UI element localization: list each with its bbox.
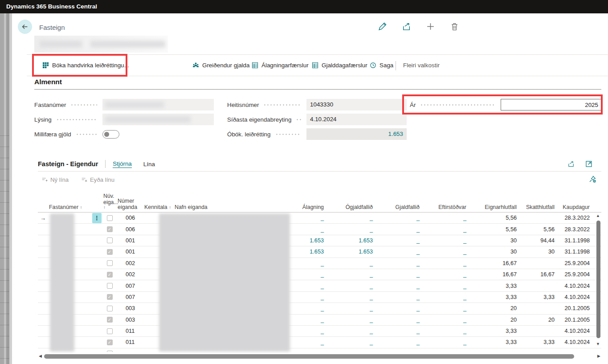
cell-ogjaldfallid[interactable]: _ bbox=[327, 328, 376, 334]
col-kennitala[interactable]: Kennitala ↑ bbox=[143, 204, 174, 210]
cell-eftirstodvar[interactable]: _ bbox=[423, 328, 470, 334]
checkbox[interactable]: ✓ bbox=[107, 272, 113, 278]
cell-owner-number[interactable]: 007 bbox=[117, 283, 143, 289]
row-options-button[interactable]: ⋮ bbox=[92, 213, 102, 223]
cell-eftirstodvar[interactable]: _ bbox=[423, 215, 470, 221]
cell-current-owner-checkbox[interactable] bbox=[102, 260, 117, 266]
cell-alagning[interactable]: _ bbox=[294, 260, 327, 266]
checkbox[interactable]: ✓ bbox=[107, 339, 113, 345]
cell-eftirstodvar[interactable]: _ bbox=[423, 305, 470, 311]
table-row[interactable]: 011 _ _ _ _ 3,33 4.10.2024 bbox=[38, 326, 601, 337]
cell-eftirstodvar[interactable]: _ bbox=[423, 226, 470, 233]
cell-ogjaldfallid[interactable]: _ bbox=[327, 317, 376, 323]
field-value-redacted[interactable] bbox=[102, 99, 214, 110]
unpin-icon[interactable] bbox=[589, 176, 596, 183]
checkbox[interactable] bbox=[107, 306, 113, 311]
more-options-button[interactable]: Fleiri valkostir bbox=[403, 55, 440, 76]
horizontal-scroll-thumb[interactable] bbox=[44, 354, 574, 359]
vertical-scrollbar[interactable]: ▲ ▼ bbox=[596, 213, 601, 352]
table-row[interactable]: ✓ 001 1.653 1.653 _ _ 30 30 31.1.1998 bbox=[38, 246, 601, 258]
new-line-action[interactable]: Ný lína bbox=[41, 176, 69, 183]
col-gjaldfallid[interactable]: Gjaldfallið bbox=[376, 204, 423, 210]
cell-alagning[interactable]: 1.653 bbox=[294, 249, 327, 255]
horizontal-scrollbar[interactable]: ◀ ▶ bbox=[38, 354, 601, 360]
cell-current-owner-checkbox[interactable]: ✓ bbox=[102, 317, 117, 323]
delete-trash-icon[interactable] bbox=[450, 22, 459, 31]
cell-owner-number[interactable]: 002 bbox=[117, 260, 143, 266]
cell-gjaldfallid[interactable]: _ bbox=[376, 328, 423, 334]
cell-alagning[interactable]: _ bbox=[294, 271, 327, 278]
cell-eftirstodvar[interactable]: _ bbox=[423, 339, 470, 345]
transfer-charges-toggle[interactable] bbox=[102, 130, 119, 139]
col-eignarhlutfall[interactable]: Eignarhlutfall bbox=[470, 204, 520, 210]
cell-ogjaldfallid[interactable]: _ bbox=[327, 260, 376, 266]
col-skatthlutfall[interactable]: Skatthlutfall bbox=[520, 204, 558, 210]
cell-owner-number[interactable]: 006 bbox=[117, 226, 143, 233]
scroll-right-arrow[interactable]: ▶ bbox=[597, 354, 600, 358]
cell-current-owner-checkbox[interactable]: ✓ bbox=[102, 339, 117, 345]
checkbox[interactable]: ✓ bbox=[107, 294, 113, 300]
cell-gjaldfallid[interactable]: _ bbox=[376, 305, 423, 311]
col-fastanumer[interactable]: Fastanúmer ↑ bbox=[48, 204, 91, 210]
cell-gjaldfallid[interactable]: _ bbox=[376, 317, 423, 323]
year-input[interactable] bbox=[501, 99, 601, 110]
vertical-scroll-thumb[interactable] bbox=[596, 221, 600, 338]
tab-lina[interactable]: Lína bbox=[143, 161, 155, 168]
popout-icon[interactable] bbox=[585, 160, 592, 168]
checkbox[interactable]: ✓ bbox=[107, 317, 113, 323]
col-kaupdagur[interactable]: Kaupdagur bbox=[558, 204, 593, 210]
cell-current-owner-checkbox[interactable] bbox=[102, 328, 117, 334]
cell-alagning[interactable]: _ bbox=[294, 283, 327, 289]
scroll-down-arrow[interactable]: ▼ bbox=[596, 342, 600, 346]
cell-alagning[interactable]: _ bbox=[294, 328, 327, 334]
cell-gjaldfallid[interactable]: _ bbox=[376, 339, 423, 345]
cell-eftirstodvar[interactable]: _ bbox=[423, 271, 470, 278]
cell-ogjaldfallid[interactable]: 1.653 bbox=[327, 237, 376, 244]
col-nuv-eigandi[interactable]: Núv. eiga...↑ bbox=[102, 193, 117, 210]
cell-owner-number[interactable]: 001 bbox=[117, 249, 143, 255]
checkbox[interactable] bbox=[107, 260, 113, 266]
cell-eftirstodvar[interactable]: _ bbox=[423, 249, 470, 255]
cell-current-owner-checkbox[interactable]: ✓ bbox=[102, 294, 117, 300]
cell-ogjaldfallid[interactable]: 1.653 bbox=[327, 249, 376, 255]
cell-alagning[interactable]: _ bbox=[294, 317, 327, 323]
table-row[interactable]: 003 _ _ _ _ 20 20.1.2005 bbox=[38, 303, 601, 314]
col-nafn-eiganda[interactable]: Nafn eiganda bbox=[174, 204, 294, 210]
cell-alagning[interactable]: _ bbox=[294, 305, 327, 311]
cell-current-owner-checkbox[interactable] bbox=[102, 306, 117, 311]
edit-pencil-icon[interactable] bbox=[378, 22, 387, 31]
table-row[interactable]: 007 _ _ _ _ 3,33 4.10.2024 bbox=[38, 280, 601, 291]
table-row[interactable]: ✓ 003 _ _ _ _ 20 20 20.1.2005 bbox=[38, 315, 601, 326]
cell-ogjaldfallid[interactable]: _ bbox=[327, 305, 376, 311]
cell-gjaldfallid[interactable]: _ bbox=[376, 271, 423, 278]
cell-eftirstodvar[interactable]: _ bbox=[423, 260, 470, 266]
checkbox[interactable]: ✓ bbox=[107, 249, 113, 255]
table-row[interactable]: ✓ 011 _ _ _ _ 3,33 3,33 4.10.2024 bbox=[38, 337, 601, 348]
field-value-drilldown[interactable]: 1.653 bbox=[306, 128, 407, 140]
cell-gjaldfallid[interactable]: _ bbox=[376, 226, 423, 233]
cell-ogjaldfallid[interactable]: _ bbox=[327, 271, 376, 278]
field-value-redacted[interactable] bbox=[102, 114, 214, 125]
cell-current-owner-checkbox[interactable] bbox=[102, 215, 117, 221]
cell-current-owner-checkbox[interactable]: ✓ bbox=[102, 272, 117, 278]
cell-current-owner-checkbox[interactable]: ✓ bbox=[102, 249, 117, 255]
cell-owner-number[interactable]: 006 bbox=[117, 215, 143, 221]
field-value[interactable]: 4.10.2024 bbox=[306, 114, 407, 125]
col-numer-eiganda[interactable]: Númer eiganda bbox=[117, 198, 143, 210]
cell-ogjaldfallid[interactable]: _ bbox=[327, 283, 376, 289]
table-row[interactable]: → ⋮ 006 _ _ _ _ 5,56 28.3.2022 bbox=[38, 213, 601, 224]
cell-current-owner-checkbox[interactable]: ✓ bbox=[102, 226, 117, 232]
cell-gjaldfallid[interactable]: _ bbox=[376, 260, 423, 266]
tab-stjorna[interactable]: Stjórna bbox=[113, 160, 131, 168]
back-button[interactable] bbox=[18, 20, 32, 34]
field-value[interactable]: 1043330 bbox=[306, 99, 407, 110]
cell-alagning[interactable]: _ bbox=[294, 215, 327, 221]
cell-alagning[interactable]: 1.653 bbox=[294, 237, 327, 244]
cell-alagning[interactable]: _ bbox=[294, 226, 327, 233]
cell-owner-number[interactable]: 003 bbox=[117, 317, 143, 323]
cell-ogjaldfallid[interactable]: _ bbox=[327, 226, 376, 233]
col-eftirstodvar[interactable]: Eftirstöðvar bbox=[423, 204, 470, 210]
cell-owner-number[interactable]: 002 bbox=[117, 271, 143, 278]
checkbox[interactable] bbox=[107, 237, 113, 243]
table-row[interactable]: ✓ 002 _ _ _ _ 16,67 16,67 25.9.2004 bbox=[38, 269, 601, 280]
